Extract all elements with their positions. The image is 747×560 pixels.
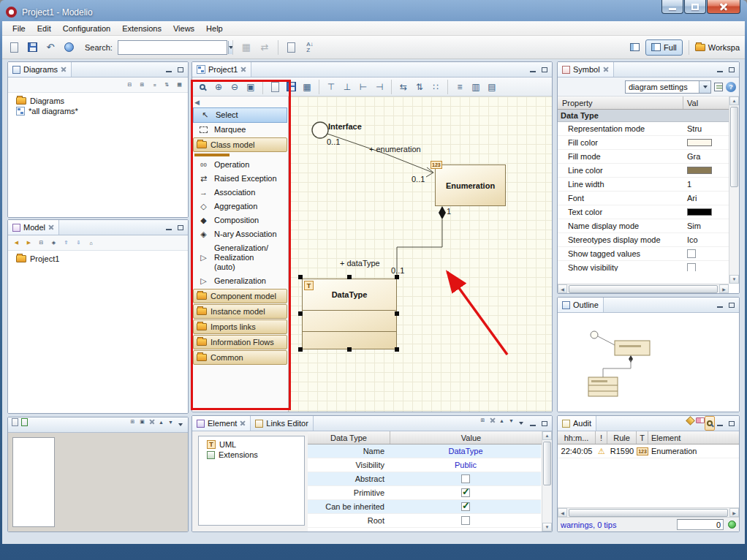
datatype-node[interactable]: DataType xyxy=(302,279,397,349)
distribute-horizontal-button[interactable]: ⇆ xyxy=(396,80,411,94)
tree-item-all-diagrams[interactable]: *all diagrams* xyxy=(10,106,186,116)
scroll-up-icon[interactable]: ▲ xyxy=(542,431,552,440)
palette-tool-select[interactable]: ↖ Select xyxy=(193,107,287,123)
column-header-type[interactable]: T xyxy=(637,431,648,444)
search-input[interactable] xyxy=(118,41,228,54)
move-down-button[interactable]: ⇩ xyxy=(74,238,83,247)
selection-handle[interactable] xyxy=(298,347,303,352)
remove-button[interactable] xyxy=(488,416,497,425)
layout-button[interactable] xyxy=(626,39,642,56)
show-tagged-values-checkbox[interactable] xyxy=(687,249,696,258)
move-up-button[interactable]: ▲ xyxy=(156,417,166,426)
minimize-view-button[interactable] xyxy=(715,419,724,428)
property-row-abstract[interactable]: Abstract xyxy=(308,472,541,486)
column-header-element[interactable]: Element xyxy=(648,431,739,444)
tab-model[interactable]: Model xyxy=(8,220,59,235)
symbol-horizontal-scrollbar[interactable]: ◀ ▶ xyxy=(558,284,729,293)
symbol-row-font[interactable]: Font Ari xyxy=(558,192,729,205)
clear-audit-button[interactable] xyxy=(695,416,705,425)
view-menu-button[interactable] xyxy=(175,420,185,429)
selection-handle[interactable] xyxy=(298,311,303,316)
property-value[interactable]: DataType xyxy=(390,447,541,455)
symbol-row-fill-mode[interactable]: Fill mode Gra xyxy=(558,150,729,164)
symbol-row-stereotypes-display-mode[interactable]: Stereotypes display mode Ico xyxy=(558,233,729,247)
report-button[interactable] xyxy=(284,39,300,56)
symbol-row-name-display-mode[interactable]: Name display mode Sim xyxy=(558,219,729,233)
property-value[interactable]: Sim xyxy=(683,222,729,230)
maximize-view-button[interactable] xyxy=(727,419,736,428)
minimize-view-button[interactable] xyxy=(164,65,173,74)
symbol-row-line-color[interactable]: Line color xyxy=(558,164,729,178)
minimize-window-button[interactable] xyxy=(661,0,683,14)
fill-color-swatch[interactable] xyxy=(687,139,712,146)
maximize-view-button[interactable] xyxy=(175,223,185,232)
tab-diagrams[interactable]: Diagrams xyxy=(8,62,72,77)
scroll-down-icon[interactable]: ▼ xyxy=(542,523,552,531)
symbol-row-show-visibility[interactable]: Show visibility xyxy=(558,261,729,271)
maximize-view-button[interactable] xyxy=(539,65,549,74)
palette-group-instance-model[interactable]: Instance model xyxy=(193,304,287,319)
column-header-value[interactable]: Value xyxy=(390,431,552,444)
symbol-row-line-width[interactable]: Line width 1 xyxy=(558,178,729,192)
align-bottom-button[interactable]: ⊥ xyxy=(340,80,354,94)
scroll-right-icon[interactable]: ▶ xyxy=(719,284,729,293)
minimize-view-button[interactable] xyxy=(715,300,724,309)
primitive-checkbox[interactable] xyxy=(461,488,470,497)
edit-note-button[interactable] xyxy=(10,417,20,426)
maximize-window-button[interactable] xyxy=(684,0,706,14)
selection-handle[interactable] xyxy=(395,347,399,352)
view-menu-button[interactable] xyxy=(516,419,526,428)
property-value[interactable]: Ari xyxy=(683,194,729,203)
menu-views[interactable]: Views xyxy=(167,23,200,34)
maximize-view-button[interactable] xyxy=(727,300,736,309)
apply-defaults-icon[interactable] xyxy=(714,83,723,91)
line-color-swatch[interactable] xyxy=(687,167,712,174)
sort-button[interactable]: A↓Z xyxy=(302,39,318,56)
column-header-property[interactable]: Property xyxy=(558,97,683,109)
property-value[interactable]: Ico xyxy=(683,235,729,244)
previous-button[interactable]: ▲ xyxy=(497,416,507,425)
menu-file[interactable]: File xyxy=(7,23,31,34)
tab-symbol[interactable]: Symbol xyxy=(558,62,614,77)
enumeration-node[interactable]: Enumeration xyxy=(435,164,506,206)
selection-handle[interactable] xyxy=(395,275,399,279)
tree-item-extensions[interactable]: Extensions xyxy=(201,450,302,460)
selection-handle[interactable] xyxy=(347,275,352,279)
scroll-up-icon[interactable]: ▲ xyxy=(729,97,739,105)
expand-all-button[interactable]: ⊞ xyxy=(137,80,147,89)
column-header-rule[interactable]: Rule xyxy=(607,431,637,444)
scroll-left-icon[interactable]: ◀ xyxy=(558,284,567,293)
palette-tool-operation[interactable]: 00 Operation xyxy=(192,158,288,172)
tab-links-editor[interactable]: Links Editor xyxy=(251,416,313,431)
scrollbar-thumb[interactable] xyxy=(569,285,718,293)
property-value[interactable]: Stru xyxy=(683,124,729,133)
tab-element[interactable]: Element xyxy=(192,416,251,431)
close-tab-icon[interactable] xyxy=(48,224,54,230)
selection-handle[interactable] xyxy=(347,347,352,352)
collapse-all-button[interactable]: ⊟ xyxy=(125,80,134,89)
create-diagram-button[interactable]: ▦ xyxy=(238,39,254,56)
menu-edit[interactable]: Edit xyxy=(31,23,57,34)
minimize-view-button[interactable] xyxy=(528,419,537,428)
show-visibility-checkbox[interactable] xyxy=(687,263,696,271)
palette-tool-nary-association[interactable]: ◈ N-ary Association xyxy=(192,227,288,241)
property-row-name[interactable]: Name DataType xyxy=(308,444,541,458)
minimize-view-button[interactable] xyxy=(164,223,173,232)
root-checkbox[interactable] xyxy=(461,516,470,525)
zoom-fit-button[interactable]: ▣ xyxy=(243,80,258,94)
symbol-row-text-color[interactable]: Text color xyxy=(558,205,729,219)
forward-button[interactable]: ▶ xyxy=(24,238,34,247)
tree-item-project1[interactable]: Project1 xyxy=(10,254,186,264)
pen-style-button[interactable]: ≡ xyxy=(452,80,467,94)
palette-tool-raised-exception[interactable]: ⇄ Raised Exception xyxy=(192,172,288,186)
diagram-canvas[interactable]: Interface 0..1 + enumeration 0..1 1 + da… xyxy=(289,97,552,412)
text-color-swatch[interactable] xyxy=(687,208,712,216)
snap-button[interactable]: ▤ xyxy=(485,80,499,94)
maximize-view-button[interactable] xyxy=(539,419,549,428)
audit-horizontal-scrollbar[interactable]: ◀ ▶ xyxy=(558,507,739,517)
pin-button[interactable]: ⊞ xyxy=(478,416,488,425)
settings-dropdown-button[interactable] xyxy=(699,81,710,93)
menu-extensions[interactable]: Extensions xyxy=(116,23,167,34)
grid-button[interactable]: ▥ xyxy=(469,80,483,94)
move-up-button[interactable]: ⇧ xyxy=(61,238,71,247)
